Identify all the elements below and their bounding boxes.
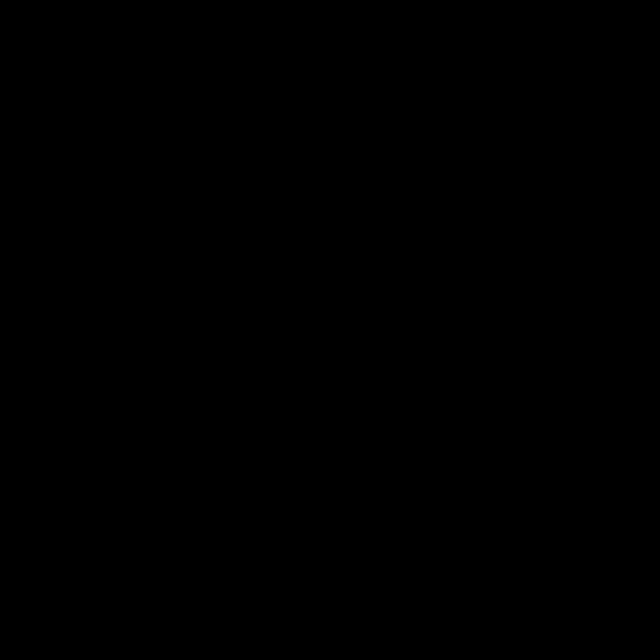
chart-frame bbox=[0, 0, 644, 644]
chart-svg bbox=[0, 0, 644, 644]
